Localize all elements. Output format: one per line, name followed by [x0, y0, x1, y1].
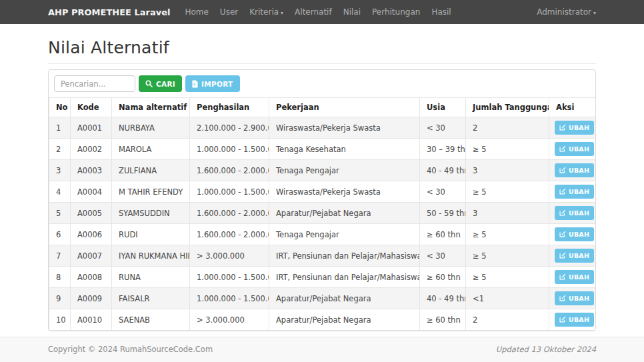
cell-tanggungan: 2 — [466, 117, 549, 139]
column-header-usia: Usia — [420, 98, 466, 117]
cell-pekerjaan: Wiraswasta/Pekerja Swasta — [269, 117, 420, 139]
cell-no: 5 — [49, 203, 71, 224]
ubah-button[interactable]: UBAH — [555, 249, 594, 263]
cell-no: 9 — [49, 288, 71, 309]
footer-updated: Updated 13 Oktober 2024 — [496, 345, 596, 354]
nav-item-perhitungan[interactable]: Perhitungan — [372, 7, 420, 17]
ubah-button-label: UBAH — [569, 273, 589, 281]
cell-nama: RUDI — [112, 224, 190, 245]
column-header-pekerjaan: Pekerjaan — [269, 98, 420, 117]
cell-usia: 40 - 49 thn — [420, 160, 466, 181]
cell-nama: IYAN RUKMANA HIDAYAT — [112, 245, 190, 267]
ubah-button-label: UBAH — [569, 124, 589, 131]
ubah-button[interactable]: UBAH — [555, 313, 594, 327]
cari-button[interactable]: CARI — [139, 75, 182, 92]
cell-aksi: UBAH — [549, 203, 597, 224]
cell-aksi: UBAH — [549, 224, 597, 245]
cell-usia: ≥ 60 thn — [420, 267, 466, 288]
cell-no: 6 — [49, 224, 71, 245]
edit-pencil-square-icon — [559, 209, 566, 217]
cell-no: 1 — [49, 117, 71, 139]
cell-tanggungan: ≥ 5 — [466, 181, 549, 203]
cell-aksi: UBAH — [549, 181, 597, 203]
search-icon — [145, 80, 153, 87]
ubah-button-label: UBAH — [569, 316, 589, 323]
ubah-button[interactable]: UBAH — [555, 206, 594, 220]
nav-item-user[interactable]: User — [220, 7, 238, 17]
edit-pencil-square-icon — [559, 316, 566, 324]
edit-pencil-square-icon — [559, 124, 566, 132]
search-input[interactable] — [54, 75, 135, 92]
ubah-button[interactable]: UBAH — [555, 291, 594, 305]
user-menu-administrator[interactable]: Administrator▾ — [537, 7, 596, 17]
ubah-button-label: UBAH — [569, 167, 589, 174]
table-head: NoKodeNama alternatifPenghasilanPekerjaa… — [49, 98, 597, 117]
ubah-button[interactable]: UBAH — [555, 270, 594, 284]
chevron-down-icon: ▾ — [593, 10, 596, 16]
cell-penghasilan: 1.600.000 - 2.000.000 — [190, 160, 269, 181]
ubah-button[interactable]: UBAH — [555, 142, 594, 156]
cell-usia: < 30 — [420, 181, 466, 203]
cell-usia: ≥ 60 thn — [420, 224, 466, 245]
nav-item-alternatif[interactable]: Alternatif — [295, 7, 332, 17]
table-row: 7A0007IYAN RUKMANA HIDAYAT> 3.000.000IRT… — [49, 245, 597, 267]
page-title: Nilai Alternatif — [48, 38, 596, 64]
column-header-nama-alternatif: Nama alternatif — [112, 98, 190, 117]
edit-pencil-square-icon — [559, 252, 566, 260]
user-menu-label: Administrator — [537, 7, 591, 17]
table-row: 10A0010SAENAB> 3.000.000Aparatur/Pejabat… — [49, 309, 597, 331]
cell-pekerjaan: Aparatur/Pejabat Negara — [269, 309, 420, 331]
cell-tanggungan: 3 — [466, 160, 549, 181]
cari-button-label: CARI — [156, 80, 175, 88]
cell-pekerjaan: IRT, Pensiunan dan Pelajar/Mahasiswa — [269, 245, 420, 267]
table-row: 3A0003ZULFIANA1.600.000 - 2.000.000Tenag… — [49, 160, 597, 181]
table-body: 1A0001NURBAYA2.100.000 - 2.900.000Wirasw… — [49, 117, 597, 331]
nav-item-home[interactable]: Home — [185, 7, 208, 17]
edit-pencil-square-icon — [559, 273, 566, 281]
file-icon — [192, 80, 198, 88]
table-row: 9A0009FAISALR1.000.000 - 1.500.000Aparat… — [49, 288, 597, 309]
ubah-button[interactable]: UBAH — [555, 163, 594, 177]
ubah-button-label: UBAH — [569, 231, 589, 238]
table-row: 4A0004M TAHIR EFENDY1.000.000 - 1.500.00… — [49, 181, 597, 203]
app-brand[interactable]: AHP PROMETHEE Laravel — [48, 7, 170, 17]
ubah-button-label: UBAH — [569, 145, 589, 153]
chevron-down-icon: ▾ — [281, 10, 283, 16]
ubah-button[interactable]: UBAH — [555, 185, 594, 199]
import-button[interactable]: IMPORT — [185, 75, 240, 92]
nav-links: HomeUserKriteria▾AlternatifNilaiPerhitun… — [185, 7, 451, 17]
cell-pekerjaan: Wiraswasta/Pekerja Swasta — [269, 181, 420, 203]
ubah-button[interactable]: UBAH — [555, 121, 594, 135]
cell-kode: A0002 — [71, 139, 112, 160]
table-row: 6A0006RUDI1.600.000 - 2.000.000Tenaga Pe… — [49, 224, 597, 245]
cell-nama: SAENAB — [112, 309, 190, 331]
nav-item-hasil[interactable]: Hasil — [431, 7, 451, 17]
cell-penghasilan: 2.100.000 - 2.900.000 — [190, 117, 269, 139]
cell-nama: ZULFIANA — [112, 160, 190, 181]
table-header-row: NoKodeNama alternatifPenghasilanPekerjaa… — [49, 98, 597, 117]
page-footer: Copyright © 2024 RumahSourceCode.Com Upd… — [0, 337, 644, 362]
edit-pencil-square-icon — [559, 145, 566, 153]
cell-penghasilan: 1.000.000 - 1.500.000 — [190, 267, 269, 288]
cell-kode: A0005 — [71, 203, 112, 224]
cell-pekerjaan: Tenaga Pengajar — [269, 224, 420, 245]
cell-tanggungan: <1 — [466, 288, 549, 309]
cell-usia: ≥ 60 thn — [420, 309, 466, 331]
top-navbar: AHP PROMETHEE Laravel HomeUserKriteria▾A… — [0, 0, 644, 24]
cell-kode: A0009 — [71, 288, 112, 309]
cell-no: 3 — [49, 160, 71, 181]
ubah-button[interactable]: UBAH — [555, 227, 594, 241]
column-header-penghasilan: Penghasilan — [190, 98, 269, 117]
cell-aksi: UBAH — [549, 139, 597, 160]
footer-copyright: Copyright © 2024 RumahSourceCode.Com — [48, 345, 213, 354]
cell-kode: A0007 — [71, 245, 112, 267]
cell-aksi: UBAH — [549, 117, 597, 139]
cell-pekerjaan: Tenaga Kesehatan — [269, 139, 420, 160]
column-header-no: No — [49, 98, 71, 117]
nav-item-kriteria[interactable]: Kriteria▾ — [249, 7, 283, 17]
cell-kode: A0004 — [71, 181, 112, 203]
cell-no: 2 — [49, 139, 71, 160]
card-toolbar: CARI IMPORT — [49, 70, 595, 97]
cell-aksi: UBAH — [549, 160, 597, 181]
nav-item-nilai[interactable]: Nilai — [343, 7, 361, 17]
